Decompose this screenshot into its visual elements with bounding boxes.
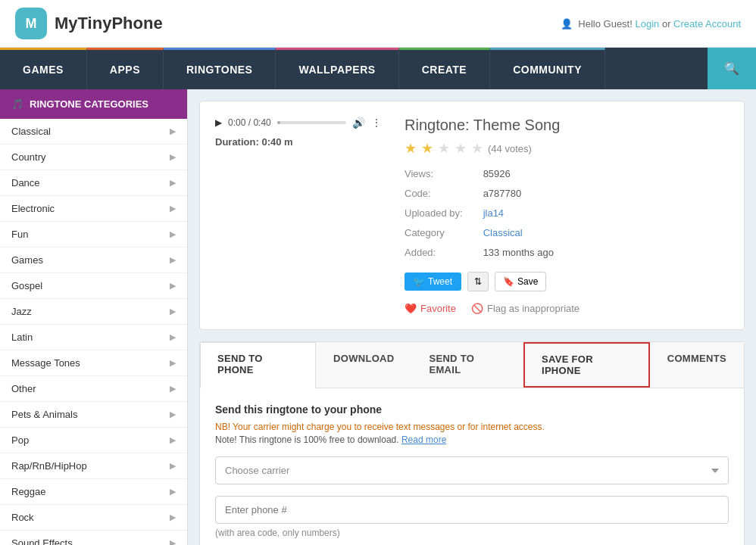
ringtone-title: Ringtone: Theme Song bbox=[405, 117, 729, 134]
chevron-right-icon: ▶ bbox=[170, 255, 176, 265]
flag-button[interactable]: 🚫 Flag as inappropriate bbox=[471, 303, 579, 314]
sidebar-item-gospel[interactable]: Gospel ▶ bbox=[0, 273, 187, 299]
player-section: ▶ 0:00 / 0:40 🔊 ⋮ Duration: 0:40 m bbox=[215, 117, 382, 314]
greeting-text: Hello Guest! bbox=[578, 18, 633, 30]
sidebar-title: 🎵 RINGTONE CATEGORIES bbox=[0, 89, 187, 119]
action-row: ❤️ Favorite 🚫 Flag as inappropriate bbox=[405, 303, 729, 314]
bookmark-icon: 🔖 bbox=[503, 276, 514, 287]
share-button[interactable]: ⇅ bbox=[467, 272, 489, 291]
nav-item-wallpapers[interactable]: WALLPAPERS bbox=[276, 48, 398, 89]
chevron-right-icon: ▶ bbox=[170, 152, 176, 162]
star-3[interactable]: ★ bbox=[438, 140, 450, 157]
uploaded-row: Uploaded by: jla14 bbox=[405, 204, 729, 223]
favorite-button[interactable]: ❤️ Favorite bbox=[405, 303, 456, 314]
chevron-right-icon: ▶ bbox=[170, 281, 176, 291]
duration-display: Duration: 0:40 m bbox=[215, 136, 382, 148]
sidebar-item-other[interactable]: Other ▶ bbox=[0, 376, 187, 402]
nav-item-create[interactable]: CREATE bbox=[399, 48, 491, 89]
phone-hint: (with area code, only numbers) bbox=[215, 528, 729, 538]
sidebar-item-classical[interactable]: Classical ▶ bbox=[0, 119, 187, 145]
volume-icon[interactable]: 🔊 bbox=[352, 117, 365, 129]
sidebar-item-pop[interactable]: Pop ▶ bbox=[0, 428, 187, 453]
play-button[interactable]: ▶ bbox=[215, 117, 222, 128]
header-auth: 👤 Hello Guest! Login or Create Account bbox=[561, 18, 741, 30]
tab-send-to-email[interactable]: SEND TO EMAIL bbox=[411, 342, 523, 388]
tab-content-send-to-phone: Send this ringtone to your phone NB! You… bbox=[200, 388, 744, 545]
tweet-button[interactable]: 🐦 Tweet bbox=[405, 272, 461, 291]
logo-text: MyTinyPhone bbox=[55, 14, 163, 33]
tabs-section: SEND TO PHONE DOWNLOAD SEND TO EMAIL SAV… bbox=[199, 341, 745, 545]
tab-comments[interactable]: COMMENTS bbox=[650, 342, 744, 388]
nav-item-apps[interactable]: APPS bbox=[87, 48, 164, 89]
star-4[interactable]: ★ bbox=[455, 140, 467, 157]
notice-free: Note! This ringtone is 100% free to down… bbox=[215, 434, 729, 445]
nav-item-games[interactable]: GAMES bbox=[0, 48, 87, 89]
chevron-right-icon: ▶ bbox=[170, 461, 176, 471]
sidebar-item-jazz[interactable]: Jazz ▶ bbox=[0, 299, 187, 325]
search-button[interactable]: 🔍 bbox=[708, 48, 756, 89]
sidebar-item-dance[interactable]: Dance ▶ bbox=[0, 170, 187, 196]
carrier-select[interactable]: Choose carrier bbox=[215, 456, 729, 484]
tab-save-for-iphone[interactable]: SAVE FOR IPHONE bbox=[523, 342, 650, 388]
social-row: 🐦 Tweet ⇅ 🔖 Save bbox=[405, 272, 729, 291]
star-2[interactable]: ★ bbox=[421, 140, 433, 157]
music-icon: 🎵 bbox=[11, 98, 23, 110]
notice-carrier-charge: NB! Your carrier might charge you to rec… bbox=[215, 422, 729, 432]
category-row: Category Classical bbox=[405, 223, 729, 243]
star-5[interactable]: ★ bbox=[471, 140, 483, 157]
sidebar-item-latin[interactable]: Latin ▶ bbox=[0, 325, 187, 350]
chevron-right-icon: ▶ bbox=[170, 178, 176, 188]
votes-count: (44 votes) bbox=[488, 143, 532, 154]
read-more-link[interactable]: Read more bbox=[401, 434, 446, 445]
sidebar-item-fun[interactable]: Fun ▶ bbox=[0, 222, 187, 248]
chevron-right-icon: ▶ bbox=[170, 229, 176, 239]
chevron-right-icon: ▶ bbox=[170, 358, 176, 368]
nav-item-community[interactable]: COMMUNITY bbox=[490, 48, 605, 89]
more-options-icon[interactable]: ⋮ bbox=[371, 117, 382, 129]
chevron-right-icon: ▶ bbox=[170, 435, 176, 445]
search-icon: 🔍 bbox=[724, 61, 739, 76]
chevron-right-icon: ▶ bbox=[170, 512, 176, 522]
chevron-right-icon: ▶ bbox=[170, 410, 176, 419]
logo-icon: M bbox=[15, 8, 47, 39]
sidebar-item-sound-effects[interactable]: Sound Effects ▶ bbox=[0, 531, 187, 545]
user-icon: 👤 bbox=[561, 18, 573, 30]
sidebar-item-message-tones[interactable]: Message Tones ▶ bbox=[0, 350, 187, 376]
chevron-right-icon: ▶ bbox=[170, 204, 176, 213]
sidebar-item-electronic[interactable]: Electronic ▶ bbox=[0, 196, 187, 222]
added-row: Added: 133 months ago bbox=[405, 243, 729, 263]
star-1[interactable]: ★ bbox=[405, 140, 417, 157]
sidebar-item-pets-animals[interactable]: Pets & Animals ▶ bbox=[0, 402, 187, 428]
chevron-right-icon: ▶ bbox=[170, 538, 176, 545]
tab-send-to-phone[interactable]: SEND TO PHONE bbox=[200, 342, 316, 388]
sidebar-item-country[interactable]: Country ▶ bbox=[0, 145, 187, 170]
tab-download[interactable]: DOWNLOAD bbox=[316, 342, 411, 388]
send-title: Send this ringtone to your phone bbox=[215, 403, 729, 416]
views-row: Views: 85926 bbox=[405, 164, 729, 184]
main-content: ▶ 0:00 / 0:40 🔊 ⋮ Duration: 0:40 m bbox=[188, 89, 756, 545]
chevron-right-icon: ▶ bbox=[170, 307, 176, 316]
audio-player: ▶ 0:00 / 0:40 🔊 ⋮ bbox=[215, 117, 382, 129]
sidebar-item-rock[interactable]: Rock ▶ bbox=[0, 505, 187, 531]
time-display: 0:00 / 0:40 bbox=[228, 117, 271, 128]
sidebar-item-games[interactable]: Games ▶ bbox=[0, 248, 187, 273]
progress-bar[interactable] bbox=[277, 121, 346, 124]
sidebar-item-reggae[interactable]: Reggae ▶ bbox=[0, 479, 187, 505]
sidebar: 🎵 RINGTONE CATEGORIES Classical ▶ Countr… bbox=[0, 89, 188, 545]
twitter-icon: 🐦 bbox=[414, 276, 425, 287]
main-layout: 🎵 RINGTONE CATEGORIES Classical ▶ Countr… bbox=[0, 89, 756, 545]
ringtone-card: ▶ 0:00 / 0:40 🔊 ⋮ Duration: 0:40 m bbox=[199, 101, 745, 330]
nav-item-ringtones[interactable]: RINGTONES bbox=[164, 48, 276, 89]
chevron-right-icon: ▶ bbox=[170, 487, 176, 497]
logo: M MyTinyPhone bbox=[15, 8, 163, 39]
ringtone-metadata: Views: 85926 Code: a787780 Uploaded by: … bbox=[405, 164, 729, 263]
chevron-right-icon: ▶ bbox=[170, 126, 176, 136]
create-account-link[interactable]: Create Account bbox=[673, 18, 741, 30]
phone-input[interactable] bbox=[215, 496, 729, 524]
chevron-right-icon: ▶ bbox=[170, 332, 176, 342]
login-link[interactable]: Login bbox=[635, 18, 659, 30]
ringtone-info: Ringtone: Theme Song ★ ★ ★ ★ ★ (44 votes… bbox=[405, 117, 729, 314]
save-button[interactable]: 🔖 Save bbox=[495, 272, 546, 291]
tabs-bar: SEND TO PHONE DOWNLOAD SEND TO EMAIL SAV… bbox=[200, 342, 744, 388]
sidebar-item-rap[interactable]: Rap/RnB/HipHop ▶ bbox=[0, 453, 187, 479]
